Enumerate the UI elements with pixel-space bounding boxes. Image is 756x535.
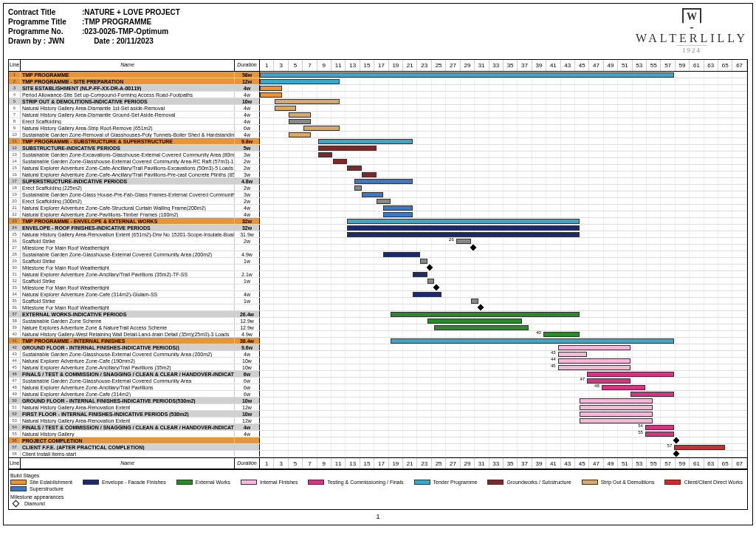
gantt-bar [434, 325, 529, 330]
week-tick: 31 [475, 458, 489, 468]
gantt-chart: Line Name Duration 135791113151719212325… [8, 59, 748, 470]
gantt-bar [275, 99, 340, 104]
gantt-row: 42GROUND FLOOR - INTERNAL FINISHES-INDIC… [9, 344, 747, 351]
row-name: Milestone For Main Roof Weathertight [21, 304, 234, 310]
row-duration: 6w [234, 371, 259, 377]
gantt-row: 54FINALS / TEST & COMMISSION / SNAGGING … [9, 424, 747, 431]
row-duration: 4.8w [234, 178, 259, 184]
row-name: GROUND FLOOR - INTERNAL FINISHES-INDICAT… [21, 398, 234, 403]
bar-label: 26 [449, 237, 454, 242]
legend-label: Tender Programme [433, 480, 478, 485]
legend-swatch [308, 480, 324, 485]
row-bars [260, 245, 747, 251]
legend-item: Client/Client Direct Works [664, 480, 743, 485]
row-bars [260, 278, 747, 284]
drawn-by: JWN [48, 37, 64, 45]
legend-label: Groundworks / Substructure [506, 480, 571, 485]
milestone-legend-item: Diamond [10, 501, 746, 506]
milestone-diamond [426, 265, 432, 270]
gantt-row: 32Scaffold Strike1w [9, 278, 747, 284]
row-bars [260, 324, 747, 330]
gantt-row: 12SUBSTRUCTURE-INDICATIVE PERIODS5w [9, 145, 747, 151]
week-tick: 63 [704, 458, 718, 468]
gantt-row: 52FIRST FLOOR - INTERNAL FINISHES-INDICA… [9, 411, 747, 418]
row-bars [260, 298, 747, 304]
week-tick: 47 [589, 458, 603, 468]
gantt-row: 46FINALS / TEST & COMMISSION / SNAGGING … [9, 371, 747, 378]
gantt-bar [260, 79, 340, 84]
row-name: Erect Scaffolding (225m2) [21, 185, 234, 191]
header: Contract Title: NATURE + LOVE PROJECT Pr… [8, 8, 748, 55]
gantt-bar [347, 219, 580, 224]
row-name: Natural Explorer Adventure Zone-Cafe-Anc… [21, 165, 234, 171]
row-bars: 47 [260, 378, 747, 384]
contract-title-label: Contract Title [8, 8, 82, 16]
gantt-row: 1TMP PROGRAMME58w [9, 72, 747, 78]
gantt-bar [260, 92, 282, 98]
row-bars [260, 98, 747, 104]
row-duration [234, 245, 259, 251]
row-name: Sustainable Garden Zone-Glasshouse-Exter… [21, 251, 234, 257]
week-tick: 39 [532, 60, 546, 71]
gantt-row: 30Milestone For Main Roof Weathertight [9, 265, 747, 271]
gantt-row: 27Milestone For Main Roof Weathertight [9, 245, 747, 251]
gantt-bar [543, 332, 580, 337]
week-tick: 41 [546, 458, 560, 468]
gantt-row: 51Natural History Gallery Area-Renovatio… [9, 404, 747, 411]
row-number: 15 [9, 165, 21, 171]
milestone-diamond [673, 451, 679, 457]
gantt-bar [427, 318, 522, 324]
row-bars: 55 [260, 431, 747, 437]
milestone-diamond [433, 284, 439, 290]
legend-swatch [176, 480, 193, 485]
row-number: 39 [9, 324, 21, 330]
week-tick: 63 [704, 60, 718, 71]
programme-no: 023-0026-TMP-Optimum [84, 27, 168, 35]
legend-item: External Works [176, 480, 230, 485]
row-bars [260, 158, 747, 164]
legend-label: Envelope - Facade Finishes [102, 480, 166, 485]
week-tick: 1 [260, 60, 274, 71]
bar-label: 40 [536, 330, 541, 335]
row-name: STRIP OUT & DEMOLITIONS-INDICATIVE PERIO… [21, 98, 234, 104]
row-name: Natural Explorer Adventure Zone-Ancillar… [21, 384, 234, 390]
gantt-row: 19Sustainable Garden Zone-Glass House-Pr… [9, 191, 747, 198]
row-number: 1 [9, 72, 21, 78]
row-duration: 4w [234, 85, 259, 91]
legend-item: Testing & Commissioning / Finals [308, 480, 403, 485]
week-tick: 35 [504, 458, 518, 468]
week-ticks-bottom: 1357911131517192123252729313335373941434… [260, 458, 747, 468]
week-tick: 45 [575, 60, 589, 71]
week-tick: 13 [346, 458, 360, 468]
legend-items: Site EstablishmentEnvelope - Facade Fini… [10, 480, 746, 491]
bar-label: 45 [551, 364, 556, 368]
row-name: Natural Explorer Adventure Zone-Cafe (19… [21, 358, 234, 364]
row-duration: 4w [234, 92, 259, 98]
week-tick: 21 [403, 60, 417, 71]
gantt-row: 8Erect Scaffolding4w [9, 118, 747, 125]
row-number: 8 [9, 118, 21, 124]
gantt-bar [558, 358, 631, 364]
milestone-legend-label: Diamond [24, 501, 45, 506]
row-number: 4 [9, 92, 21, 98]
gantt-bar [347, 232, 580, 237]
row-duration: 58w [234, 72, 259, 78]
legend-item: Groundworks / Substructure [487, 480, 571, 485]
row-name: Sustainable Garden Zone-Glass House-Pre-… [21, 191, 234, 197]
row-duration: 38.4w [234, 338, 259, 344]
row-duration: 6w [234, 384, 259, 390]
row-name: PROJECT COMPLETION [21, 437, 234, 443]
row-name: TMP PROGRAMME [21, 72, 234, 78]
legend-label: Testing & Commissioning / Finals [327, 480, 403, 485]
gantt-rows: 1TMP PROGRAMME58w2TMP PROGRAMME - SITE P… [9, 72, 747, 457]
gantt-row: 31Natural Explorer Adventure Zone-Ancill… [9, 271, 747, 278]
bar-label: 43 [551, 350, 556, 355]
col-header-name: Name [21, 458, 234, 468]
gantt-bar [289, 112, 311, 117]
row-bars [260, 418, 747, 423]
gantt-row: 43Sustainable Garden Zone-Glasshouse-Ext… [9, 351, 747, 358]
row-bars [260, 225, 747, 231]
gantt-bar [354, 185, 362, 191]
gantt-row: 13Sustainable Garden Zone-Excavations-Gl… [9, 151, 747, 158]
row-bars [260, 398, 747, 403]
